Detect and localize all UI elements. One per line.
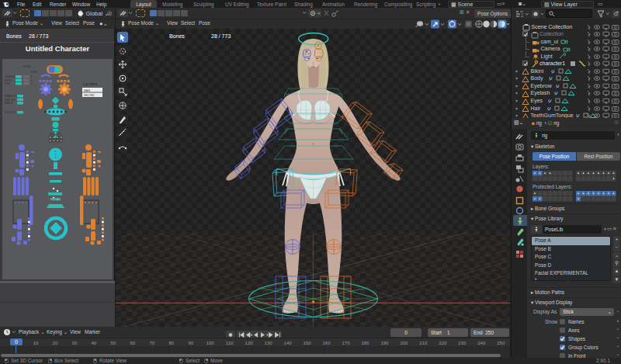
svg-text:BREATH: BREATH [5, 102, 12, 105]
svg-text:SHAPE KEY: SHAPE KEY [5, 95, 16, 98]
svg-text:LAYERS: LAYERS [83, 82, 98, 86]
svg-text:STRAIGHT: STRAIGHT [5, 75, 16, 78]
svg-text:WIDE: WIDE [5, 82, 10, 85]
svg-text:EYES: EYES [31, 71, 37, 74]
svg-text:HEAD SNS: HEAD SNS [5, 99, 16, 102]
svg-text:WORN: WORN [23, 65, 31, 68]
svg-text:SECOND: SECOND [84, 94, 95, 97]
svg-text:FOLLOW UI: FOLLOW UI [5, 111, 16, 114]
svg-text:PUPILS: PUPILS [5, 79, 12, 82]
svg-text:MAIN: MAIN [84, 89, 91, 92]
